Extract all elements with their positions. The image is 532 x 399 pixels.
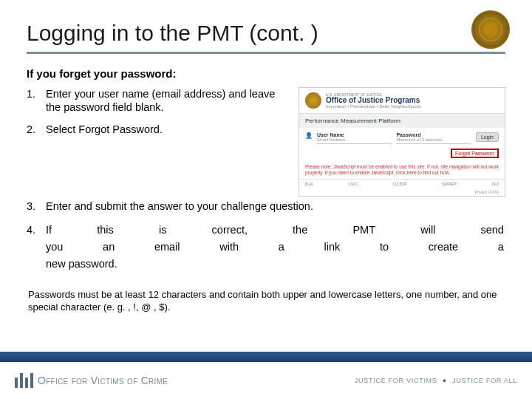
slide-title: Logging in to the PMT (cont. ): [27, 21, 505, 54]
step-1: Enter your user name (email address) and…: [27, 87, 291, 114]
logo-ovc: OVC: [348, 182, 358, 186]
slide-header: Logging in to the PMT (cont. ): [0, 0, 532, 61]
steps-list: Enter your user name (email address) and…: [27, 87, 291, 136]
username-hint: Email Address: [317, 137, 392, 144]
user-icon: 👤: [305, 132, 313, 139]
step-4: If this is correct, the PMT will send yo…: [27, 222, 505, 273]
footer-tagline: JUSTICE FOR VICTIMS ● JUSTICE FOR ALL: [355, 377, 517, 384]
ovc-bars-icon: [15, 373, 33, 388]
logo-nij: NIJ: [492, 182, 499, 186]
password-requirements: Passwords must be at least 12 characters…: [27, 289, 505, 314]
intro-text: If you forget your password:: [27, 67, 505, 80]
password-hint: Maximum of 3 attempts: [396, 137, 471, 144]
logo-bja: BJA: [305, 182, 313, 186]
step-3: Enter and submit the answer to your chal…: [27, 200, 505, 213]
js-note: Please note: JavaScript must be enabled …: [299, 161, 505, 179]
platform-bar: Performance Measurement Platform: [299, 114, 505, 128]
agency-logos: BJA OVC OJJDP SMART NIJ: [299, 179, 505, 188]
ojp-seal-icon: [305, 92, 321, 109]
ovc-logo: Office for Victims of Crime: [15, 373, 168, 388]
password-label: Password: [396, 132, 471, 137]
username-label: User Name: [317, 132, 392, 137]
foia-link: Privacy | FOIA: [299, 188, 505, 196]
login-button[interactable]: Login: [476, 132, 499, 142]
forgot-password-link[interactable]: Forgot Password: [451, 149, 499, 158]
doj-seal-icon: [471, 10, 510, 49]
logo-ojjdp: OJJDP: [393, 182, 407, 186]
ovc-text: Office for Victims of Crime: [38, 375, 168, 386]
dot-icon: ●: [440, 377, 450, 384]
ojp-tagline: Innovation • Partnerships • Safer Neighb…: [326, 104, 421, 109]
slide-footer: Office for Victims of Crime JUSTICE FOR …: [0, 352, 532, 399]
ojp-title: Office of Justice Programs: [326, 97, 421, 104]
step-2: Select Forgot Password.: [27, 123, 291, 136]
slide-content: If you forget your password: Enter your …: [0, 61, 532, 314]
logo-smart: SMART: [442, 182, 457, 186]
login-screenshot: U.S. DEPARTMENT OF JUSTICE Office of Jus…: [299, 87, 505, 197]
